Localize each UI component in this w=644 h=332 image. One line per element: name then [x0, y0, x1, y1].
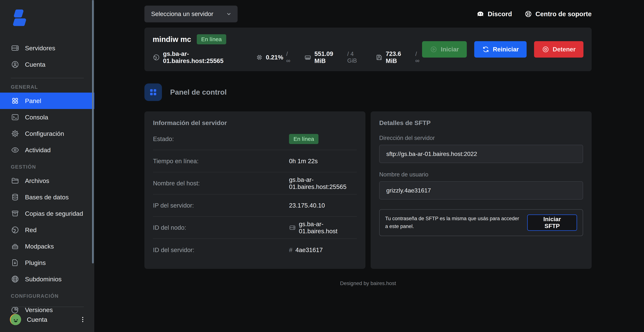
avatar — [9, 313, 22, 326]
hash-prefix: # — [289, 246, 292, 254]
sidebar-item-copias-de-seguridad[interactable]: Copias de seguridad — [0, 205, 94, 222]
discord-icon — [476, 10, 484, 18]
memory-limit: / 4 GiB — [347, 51, 364, 64]
support-center-link[interactable]: Centro de soporte — [524, 10, 592, 18]
stop-label: Detener — [553, 46, 576, 53]
sftp-title: Detalles de SFTP — [379, 119, 583, 126]
sidebar-item-configuracion[interactable]: Configuración — [0, 126, 94, 142]
info-row-ip: IP del servidor: 23.175.40.10 — [153, 194, 357, 217]
cpu-icon — [256, 54, 263, 61]
sidebar-item-label: Bases de datos — [25, 194, 68, 201]
status-badge: En línea — [289, 134, 318, 144]
sftp-note-text: Tu contraseña de SFTP es la misma que us… — [385, 215, 522, 230]
restart-button[interactable]: Reiniciar — [474, 41, 526, 58]
terminal-icon — [11, 113, 20, 122]
memory-icon — [304, 54, 312, 61]
sidebar-item-bases-de-datos[interactable]: Bases de datos — [0, 189, 94, 205]
launch-sftp-button[interactable]: Iniciar SFTP — [527, 214, 577, 231]
start-button[interactable]: Iniciar — [422, 41, 466, 58]
sidebar-item-subdominios[interactable]: Subdominios — [0, 271, 94, 287]
host-stat: gs.ba-ar-01.baires.host:25565 — [152, 50, 244, 64]
play-circle-icon — [430, 46, 437, 53]
disk-value: 723.6 MiB — [386, 50, 412, 64]
topbar-links: Discord Centro de soporte — [476, 10, 592, 18]
globe-icon — [11, 226, 20, 234]
sidebar-scrollbar[interactable] — [92, 0, 94, 264]
sidebar-item-cuenta[interactable]: Cuenta — [0, 56, 94, 73]
sftp-username-input[interactable]: grizzly.4ae31617 — [379, 181, 583, 200]
sidebar-section-general: GENERAL — [0, 84, 94, 90]
sidebar: Servidores Cuenta GENERAL Panel — [0, 0, 94, 332]
restart-label: Reiniciar — [493, 46, 519, 53]
grid-icon — [11, 96, 20, 105]
kebab-menu-icon[interactable] — [79, 316, 86, 324]
sidebar-item-plugins[interactable]: Plugins — [0, 254, 94, 271]
server-status-bar: mindiw mc En línea gs.ba-ar-01.baires.ho… — [144, 28, 592, 71]
server-icon — [289, 224, 296, 232]
info-value: 0h 1m 22s — [289, 158, 318, 165]
sidebar-item-red[interactable]: Red — [0, 222, 94, 238]
sidebar-item-servidores[interactable]: Servidores — [0, 40, 94, 56]
stop-button[interactable]: Detener — [534, 41, 584, 58]
info-row-uptime: Tiempo en línea: 0h 1m 22s — [153, 150, 357, 172]
server-info-title: Información del servidor — [153, 119, 357, 126]
sidebar-nav: Servidores Cuenta GENERAL Panel — [0, 40, 94, 318]
server-stats: gs.ba-ar-01.baires.host:25565 0.21% / ∞ — [152, 50, 422, 64]
server-actions: Iniciar Reiniciar Detener — [422, 41, 584, 58]
info-label: ID del servidor: — [153, 246, 289, 254]
info-value: # 4ae31617 — [289, 246, 323, 254]
sftp-address-input[interactable]: sftp://gs.ba-ar-01.baires.host:2022 — [379, 145, 583, 163]
sidebar-item-label: Consola — [25, 114, 48, 121]
node-id-value: gs.ba-ar-01.baires.host — [299, 220, 357, 235]
sftp-address-value: sftp://gs.ba-ar-01.baires.host:2022 — [386, 150, 477, 158]
sftp-username-label: Nombre de usuario — [379, 171, 583, 178]
info-label: IP del servidor: — [153, 202, 289, 209]
sidebar-item-archivos[interactable]: Archivos — [0, 172, 94, 189]
cpu-value: 0.21% — [266, 54, 283, 61]
info-value: gs.ba-ar-01.baires.host — [289, 220, 357, 235]
info-row-node-id: ID del nodo: gs.ba-ar-01.baires.host — [153, 217, 357, 239]
sidebar-item-label: Configuración — [25, 130, 64, 137]
discord-label: Discord — [488, 10, 512, 18]
account-row[interactable]: Cuenta — [9, 313, 86, 326]
discord-link[interactable]: Discord — [476, 10, 512, 18]
chevron-down-icon — [225, 10, 232, 18]
grid-icon — [148, 88, 158, 97]
sftp-username-value: grizzly.4ae31617 — [386, 187, 431, 194]
sidebar-item-consola[interactable]: Consola — [0, 109, 94, 126]
stop-circle-icon — [542, 46, 549, 53]
info-row-server-id: ID del servidor: # 4ae31617 — [153, 239, 357, 261]
user-circle-icon — [11, 60, 20, 69]
support-center-label: Centro de soporte — [536, 10, 592, 18]
server-status-left: mindiw mc En línea gs.ba-ar-01.baires.ho… — [152, 34, 422, 64]
server-info-rows: Estado: En línea Tiempo en línea: 0h 1m … — [153, 128, 357, 261]
sidebar-item-label: Cuenta — [25, 61, 46, 68]
sidebar-item-label: Archivos — [25, 177, 49, 184]
servers-icon — [11, 44, 20, 52]
account-label: Cuenta — [27, 316, 47, 323]
sftp-card: Detalles de SFTP Dirección del servidor … — [371, 112, 592, 269]
server-select-dropdown[interactable]: Selecciona un servidor — [144, 6, 238, 22]
toolbox-icon — [11, 242, 20, 250]
page-title: Panel de control — [170, 88, 226, 96]
page-header: Panel de control — [144, 84, 592, 101]
archive-box-icon — [11, 209, 20, 218]
sidebar-item-label: Red — [25, 226, 36, 234]
lifebuoy-icon — [524, 10, 532, 18]
sidebar-item-actividad[interactable]: Actividad — [0, 142, 94, 158]
sidebar-item-panel[interactable]: Panel — [0, 92, 94, 109]
sidebar-item-label: Servidores — [25, 44, 55, 52]
info-label: Nombre del host: — [153, 180, 289, 187]
server-info-card: Información del servidor Estado: En líne… — [144, 112, 366, 269]
sidebar-item-modpacks[interactable]: Modpacks — [0, 238, 94, 254]
info-value: 23.175.40.10 — [289, 202, 325, 209]
info-row-estado: Estado: En línea — [153, 128, 357, 150]
sidebar-account: Cuenta — [0, 307, 94, 332]
sftp-note-box: Tu contraseña de SFTP es la misma que us… — [379, 209, 583, 236]
globe-icon — [152, 54, 160, 61]
sidebar-section-gestion: GESTIÓN — [0, 164, 94, 170]
sidebar-section-configuracion: CONFIGURACIÓN — [0, 293, 94, 299]
start-label: Iniciar — [441, 46, 459, 53]
server-select-label: Selecciona un servidor — [151, 10, 213, 18]
gear-icon — [11, 129, 20, 138]
